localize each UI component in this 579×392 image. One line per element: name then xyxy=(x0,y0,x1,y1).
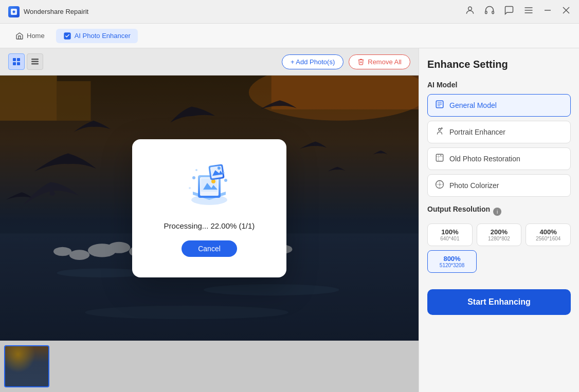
res-800[interactable]: 800% 5120*3208 xyxy=(427,250,477,273)
res-200-dim: 1280*802 xyxy=(488,236,510,241)
res-400-pct: 400% xyxy=(540,228,557,236)
svg-point-52 xyxy=(223,172,225,174)
res-800-dim: 5120*3208 xyxy=(440,263,464,268)
svg-rect-14 xyxy=(17,62,20,65)
left-panel: + Add Photo(s) Remove All xyxy=(0,48,419,392)
image-area: Processing... 22.00% (1/1) Cancel xyxy=(0,76,419,341)
old-photo-icon xyxy=(435,153,444,164)
ai-model-section: AI Model General Model xyxy=(427,81,571,197)
svg-rect-12 xyxy=(17,58,20,61)
title-bar-controls xyxy=(465,5,571,18)
minimize-button[interactable] xyxy=(543,6,552,17)
model-colorizer[interactable]: Photo Colorizer xyxy=(427,174,571,197)
res-100-pct: 100% xyxy=(441,228,458,236)
processing-icon xyxy=(184,160,235,211)
res-800-pct: 800% xyxy=(443,255,460,263)
svg-point-57 xyxy=(440,155,441,156)
svg-rect-56 xyxy=(436,154,443,161)
model-portrait[interactable]: Portrait Enhancer xyxy=(427,121,571,143)
svg-point-1 xyxy=(468,7,472,10)
svg-rect-16 xyxy=(31,61,39,63)
right-panel: Enhance Setting AI Model General Model xyxy=(419,48,579,392)
svg-rect-13 xyxy=(13,62,16,65)
app-name: Wondershare Repairit xyxy=(24,8,88,15)
svg-rect-2 xyxy=(485,11,487,14)
thumbnail-1[interactable] xyxy=(4,345,49,387)
svg-point-53 xyxy=(189,187,191,189)
panel-title: Enhance Setting xyxy=(427,59,571,70)
output-resolution-label: Output Resolution xyxy=(427,205,490,213)
model-options: General Model Portrait Enhancer xyxy=(427,94,571,197)
res-400-dim: 2560*1604 xyxy=(536,236,560,241)
main-layout: + Add Photo(s) Remove All xyxy=(0,48,579,392)
ai-enhancer-tab[interactable]: AI Photo Enhancer xyxy=(56,29,138,43)
model-general[interactable]: General Model xyxy=(427,94,571,117)
ai-enhancer-tab-label: AI Photo Enhancer xyxy=(75,32,131,40)
toolbar: + Add Photo(s) Remove All xyxy=(0,48,419,76)
svg-rect-17 xyxy=(31,63,39,65)
general-model-label: General Model xyxy=(449,101,497,109)
close-button[interactable] xyxy=(562,6,571,17)
svg-point-58 xyxy=(439,183,441,186)
svg-point-55 xyxy=(439,128,441,131)
svg-point-50 xyxy=(195,169,197,171)
processing-modal-overlay: Processing... 22.00% (1/1) Cancel xyxy=(0,76,419,341)
res-100[interactable]: 100% 640*401 xyxy=(427,223,473,246)
menu-icon[interactable] xyxy=(523,5,534,18)
thumbnail-strip xyxy=(0,341,419,392)
grid-view-button[interactable] xyxy=(8,53,25,70)
svg-rect-3 xyxy=(492,11,494,14)
model-old-photo[interactable]: Old Photo Restoration xyxy=(427,147,571,170)
add-photos-button[interactable]: + Add Photo(s) xyxy=(282,54,343,69)
photo-colorizer-label: Photo Colorizer xyxy=(449,181,499,190)
svg-rect-11 xyxy=(13,58,16,61)
home-tab-label: Home xyxy=(27,32,45,40)
cancel-button[interactable]: Cancel xyxy=(182,240,237,257)
photo-colorizer-icon xyxy=(435,180,444,191)
home-tab[interactable]: Home xyxy=(8,29,52,43)
res-200-pct: 200% xyxy=(491,228,508,236)
res-400[interactable]: 400% 2560*1604 xyxy=(526,223,571,246)
view-toggle xyxy=(8,53,43,70)
svg-point-49 xyxy=(192,176,195,179)
old-photo-restoration-label: Old Photo Restoration xyxy=(449,155,520,163)
start-enhancing-button[interactable]: Start Enhancing xyxy=(427,289,571,315)
processing-text: Processing... 22.00% (1/1) xyxy=(164,221,255,230)
ai-model-label: AI Model xyxy=(427,81,571,89)
processing-modal: Processing... 22.00% (1/1) Cancel xyxy=(132,139,286,277)
resolution-grid: 100% 640*401 200% 1280*802 400% 2560*160… xyxy=(427,223,571,246)
feedback-icon[interactable] xyxy=(504,5,514,18)
title-bar-left: Wondershare Repairit xyxy=(8,6,88,17)
list-view-button[interactable] xyxy=(27,53,43,70)
portrait-enhancer-label: Portrait Enhancer xyxy=(449,128,505,136)
svg-rect-15 xyxy=(31,59,39,60)
resolution-label-row: Output Resolution i xyxy=(427,205,571,218)
remove-all-button[interactable]: Remove All xyxy=(349,54,410,69)
account-icon[interactable] xyxy=(465,5,475,18)
res-100-dim: 640*401 xyxy=(440,236,459,241)
general-model-icon xyxy=(435,100,444,111)
nav-bar: Home AI Photo Enhancer xyxy=(0,24,579,48)
remove-all-label: Remove All xyxy=(368,58,402,66)
title-bar: Wondershare Repairit xyxy=(0,0,579,24)
portrait-enhancer-icon xyxy=(435,126,444,138)
headset-icon[interactable] xyxy=(484,5,495,18)
toolbar-actions: + Add Photo(s) Remove All xyxy=(282,54,410,69)
res-200[interactable]: 200% 1280*802 xyxy=(477,223,522,246)
svg-point-51 xyxy=(224,179,227,182)
app-icon xyxy=(8,6,20,17)
info-icon[interactable]: i xyxy=(493,208,501,216)
resolution-section: Output Resolution i 100% 640*401 200% 12… xyxy=(427,205,571,273)
